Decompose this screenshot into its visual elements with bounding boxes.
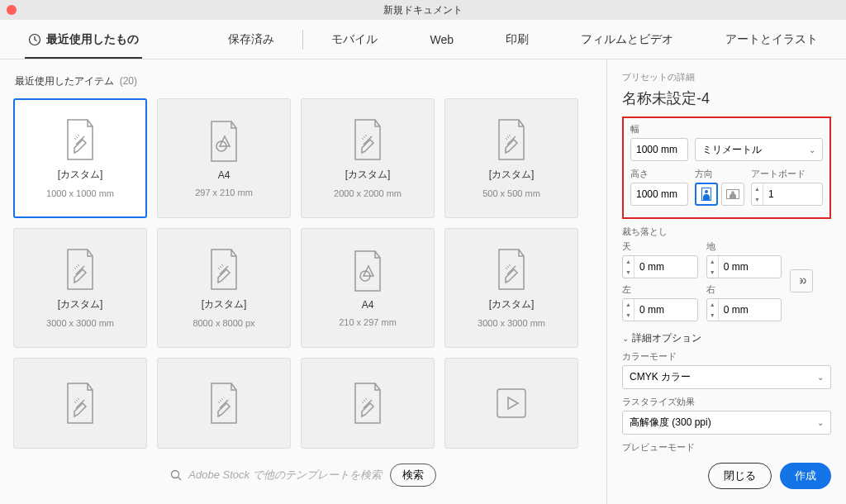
landscape-icon xyxy=(726,189,739,199)
step-up-icon[interactable]: ▲ xyxy=(752,183,763,194)
detail-header: プリセットの詳細 xyxy=(622,71,831,83)
preset-grid: [カスタム]1000 x 1000 mmA4297 x 210 mm[カスタム]… xyxy=(13,98,593,449)
orientation-landscape[interactable] xyxy=(721,183,744,206)
unit-select[interactable]: ミリメートル⌄ xyxy=(695,138,823,161)
preset-size: 3000 x 3000 mm xyxy=(46,318,114,328)
preset-panel: 最近使用したアイテム (20) [カスタム]1000 x 1000 mmA429… xyxy=(0,59,606,504)
preset-name: [カスタム] xyxy=(345,168,391,182)
close-window-button[interactable] xyxy=(7,5,17,15)
artboard-stepper[interactable]: ▲▼ 1 xyxy=(751,183,823,206)
section-title: 最近使用したアイテム (20) xyxy=(15,74,593,88)
preset-name: [カスタム] xyxy=(489,168,535,182)
preset-tools-icon xyxy=(350,382,385,425)
preset-item[interactable]: [カスタム]8000 x 8000 px xyxy=(157,228,291,348)
preset-name: [カスタム] xyxy=(202,297,247,311)
preset-size: 1000 x 1000 mm xyxy=(46,188,114,198)
height-input[interactable]: 1000 mm xyxy=(630,183,688,206)
link-icon xyxy=(796,275,807,287)
preset-item[interactable]: [カスタム]2000 x 2000 mm xyxy=(301,98,435,218)
link-bleed-button[interactable] xyxy=(790,269,813,292)
preset-shape-icon xyxy=(207,120,241,163)
close-button[interactable]: 閉じる xyxy=(708,463,772,489)
tab-separator xyxy=(302,30,303,50)
preset-name: [カスタム] xyxy=(58,168,103,182)
category-tabs: 最近使用したもの 保存済み モバイル Web 印刷 フィルムとビデオ アートとイ… xyxy=(0,20,846,59)
tab-mobile[interactable]: モバイル xyxy=(328,32,381,47)
bleed-left-input[interactable]: ▲▼0 mm xyxy=(622,298,698,321)
preset-size: 8000 x 8000 px xyxy=(192,318,254,328)
stock-search-input[interactable]: Adobe Stock で他のテンプレートを検索 xyxy=(170,468,381,483)
chevron-down-icon: ⌄ xyxy=(817,373,824,382)
chevron-down-icon: ⌄ xyxy=(817,418,824,427)
detail-panel: プリセットの詳細 名称未設定-4 幅 1000 mm ミリメートル⌄ 高さ 10… xyxy=(606,59,846,504)
preset-item[interactable] xyxy=(301,358,435,449)
width-input[interactable]: 1000 mm xyxy=(630,138,688,161)
preset-name: A4 xyxy=(362,299,374,311)
advanced-toggle[interactable]: ⌄ 詳細オプション xyxy=(622,331,831,345)
preset-item[interactable]: [カスタム]1000 x 1000 mm xyxy=(13,98,147,218)
search-icon xyxy=(170,469,182,481)
preset-item[interactable] xyxy=(13,358,147,449)
preset-size: 500 x 500 mm xyxy=(482,188,540,198)
preset-size: 3000 x 3000 mm xyxy=(478,318,545,328)
preset-name: A4 xyxy=(218,169,231,181)
search-button[interactable]: 検索 xyxy=(390,464,436,487)
preset-play-icon xyxy=(494,382,529,425)
step-down-icon[interactable]: ▼ xyxy=(752,194,763,205)
titlebar: 新規ドキュメント xyxy=(0,0,846,20)
preset-tools-icon xyxy=(63,382,97,425)
orientation-portrait[interactable] xyxy=(695,183,718,206)
tab-print[interactable]: 印刷 xyxy=(502,32,532,47)
document-name[interactable]: 名称未設定-4 xyxy=(622,88,831,108)
svg-rect-3 xyxy=(497,389,525,417)
portrait-icon xyxy=(701,188,711,201)
clock-icon xyxy=(28,33,41,46)
preset-item[interactable]: A4297 x 210 mm xyxy=(157,98,291,218)
tab-recent[interactable]: 最近使用したもの xyxy=(25,32,142,59)
chevron-down-icon: ⌄ xyxy=(622,334,629,343)
preset-size: 2000 x 2000 mm xyxy=(334,188,402,198)
preset-item[interactable]: [カスタム]3000 x 3000 mm xyxy=(13,228,147,348)
tab-film[interactable]: フィルムとビデオ xyxy=(577,32,677,47)
preset-tools-icon xyxy=(494,118,529,161)
svg-point-4 xyxy=(172,471,179,478)
preset-tools-icon xyxy=(63,248,97,291)
preset-tools-icon xyxy=(350,118,385,161)
preset-item[interactable] xyxy=(444,358,578,449)
tab-art[interactable]: アートとイラスト xyxy=(722,32,821,47)
preset-tools-icon xyxy=(494,248,529,291)
preset-name: [カスタム] xyxy=(58,297,103,311)
create-button[interactable]: 作成 xyxy=(780,463,831,489)
preset-size: 297 x 210 mm xyxy=(195,188,253,197)
bleed-right-input[interactable]: ▲▼0 mm xyxy=(706,298,782,321)
preset-item[interactable] xyxy=(157,358,291,449)
svg-line-5 xyxy=(178,478,182,481)
svg-point-7 xyxy=(705,190,708,193)
preset-shape-icon xyxy=(350,250,385,292)
chevron-down-icon: ⌄ xyxy=(809,145,815,155)
preset-item[interactable]: A4210 x 297 mm xyxy=(301,228,435,348)
size-section-highlighted: 幅 1000 mm ミリメートル⌄ 高さ 1000 mm 方向 xyxy=(622,116,831,219)
tab-saved[interactable]: 保存済み xyxy=(225,32,278,47)
raster-select[interactable]: 高解像度 (300 ppi)⌄ xyxy=(622,411,831,435)
preset-name: [カスタム] xyxy=(489,297,535,311)
preset-item[interactable]: [カスタム]500 x 500 mm xyxy=(444,98,578,218)
preset-tools-icon xyxy=(63,118,97,161)
preset-tools-icon xyxy=(207,248,241,291)
tab-web[interactable]: Web xyxy=(426,32,457,47)
window-title: 新規ドキュメント xyxy=(383,3,463,17)
preset-item[interactable]: [カスタム]3000 x 3000 mm xyxy=(444,228,578,348)
colormode-select[interactable]: CMYK カラー⌄ xyxy=(622,365,831,389)
bleed-bottom-input[interactable]: ▲▼0 mm xyxy=(706,255,782,278)
bleed-top-input[interactable]: ▲▼0 mm xyxy=(622,255,698,278)
preset-size: 210 x 297 mm xyxy=(339,317,397,327)
preset-tools-icon xyxy=(207,382,241,425)
